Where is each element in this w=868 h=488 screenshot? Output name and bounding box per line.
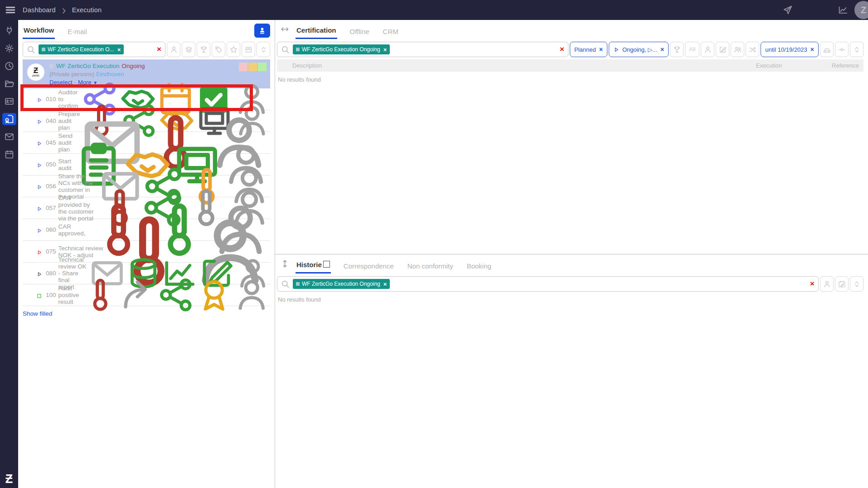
sort-button[interactable] (257, 42, 270, 57)
workflow-panel: WorkflowE-mail WF ZerticGo Execution O..… (18, 20, 275, 488)
filter-chip[interactable]: Planned× (570, 42, 607, 57)
filter-chip[interactable]: until 10/19/2023× (761, 42, 819, 57)
certification-search-input[interactable]: WF ZerticGo Execution Ongoing × × (277, 42, 568, 57)
clear-search-icon[interactable]: × (806, 279, 815, 288)
workflow-search-input[interactable]: WF ZerticGo Execution O... × × (23, 42, 165, 57)
sort-icon (853, 46, 861, 54)
send-icon[interactable] (783, 5, 793, 15)
hamburger-icon[interactable] (5, 4, 16, 16)
chip-remove-icon[interactable]: × (810, 46, 814, 53)
top-bar: Dashboard Execution Z (0, 0, 868, 20)
search-icon (281, 280, 290, 288)
clear-search-icon[interactable]: × (556, 45, 564, 54)
clear-search-icon[interactable]: × (153, 45, 161, 54)
breadcrumb-item-execution: Execution (72, 6, 102, 14)
no-results-message: No results found (277, 296, 863, 303)
chip-remove-icon[interactable]: × (660, 46, 664, 53)
arrows-lr-icon[interactable] (281, 25, 289, 34)
send-icon[interactable] (783, 5, 793, 15)
chip-label: until 10/19/2023 (765, 46, 807, 53)
edit-square-button[interactable] (716, 42, 729, 57)
sidebar-item-gear[interactable] (2, 39, 16, 57)
step-label: Audit positive result (58, 285, 79, 305)
breadcrumb-chevron-icon (60, 6, 68, 14)
search-input[interactable] (390, 279, 806, 289)
layers-button[interactable] (182, 42, 195, 57)
tab-workflow[interactable]: Workflow (23, 24, 55, 39)
breadcrumb-item-dashboard[interactable]: Dashboard (23, 6, 56, 14)
workflow-avatar: Ƶ zertic (27, 63, 44, 81)
tab-offline[interactable]: Offline (349, 25, 370, 39)
sidebar-item-calendar[interactable] (2, 146, 16, 163)
car-button[interactable] (820, 42, 834, 57)
filter-chip[interactable]: Ongoing, ▷...× (609, 42, 669, 57)
user-avatar[interactable]: Z (854, 1, 868, 19)
trophy-button[interactable] (197, 42, 210, 57)
card-lines-button[interactable] (242, 42, 255, 57)
tag-button[interactable] (212, 42, 225, 57)
workflow-step-100[interactable]: 100Audit positive result (23, 284, 270, 306)
history-search-input[interactable]: WF ZerticGo Execution Ongoing × × (277, 276, 819, 292)
chip-remove-icon[interactable]: × (599, 46, 603, 53)
workflow-org: (Private persons) (49, 71, 94, 78)
show-filled-link[interactable]: Show filled (23, 310, 52, 317)
tab-label: Workflow (24, 26, 54, 34)
chart-line-icon[interactable] (838, 5, 848, 15)
tag-remove-icon[interactable]: × (117, 46, 121, 53)
play-marker-icon (36, 227, 42, 233)
workflow-city-link[interactable]: Eindhoven (96, 71, 124, 78)
sort-button[interactable] (850, 276, 863, 292)
assign-person-button[interactable] (254, 24, 270, 38)
sidebar-item-plug[interactable] (2, 22, 16, 39)
play-icon (36, 206, 42, 212)
tab-historie[interactable]: Historie (296, 258, 331, 273)
column-execution[interactable]: Execution (727, 62, 782, 69)
deselect-link[interactable]: Deselect (49, 79, 73, 86)
shuffle-icon (749, 46, 756, 54)
expand-horizontal-icon[interactable] (281, 25, 289, 34)
tab-certification[interactable]: Certification (296, 24, 337, 39)
tag-remove-icon[interactable]: × (383, 46, 387, 53)
tab-booking[interactable]: Booking (466, 259, 492, 273)
calendar-edit-button[interactable] (835, 276, 849, 292)
sort-button[interactable] (850, 42, 863, 57)
workflow-title: WF ZerticGo Execution (56, 63, 120, 69)
tab-e-mail[interactable]: E-mail (67, 25, 88, 39)
trophy-button[interactable] (670, 42, 684, 57)
person-button[interactable] (701, 42, 714, 57)
zerticgo-logo: Ƶ (5, 472, 13, 486)
person-group-button[interactable] (731, 42, 744, 57)
node-button[interactable] (835, 42, 849, 57)
tab-correspondence[interactable]: Correspondence (343, 259, 395, 273)
search-input[interactable] (390, 44, 556, 54)
tab-crm[interactable]: CRM (382, 25, 399, 39)
sidebar-item-clock[interactable] (2, 57, 16, 75)
shuffle-button[interactable] (746, 42, 759, 57)
id-card-icon (5, 97, 14, 106)
column-description[interactable]: Description (292, 62, 727, 69)
expand-vertical-icon[interactable] (281, 259, 289, 268)
sidebar-item-envelope[interactable] (2, 128, 16, 146)
all-button[interactable]: All (685, 42, 699, 57)
step-number: 100 (46, 292, 56, 298)
sidebar-item-certificate[interactable] (2, 110, 16, 128)
tab-label: Offline (350, 28, 369, 35)
search-input[interactable] (124, 44, 153, 54)
envelope-icon (5, 132, 14, 142)
person-button[interactable] (820, 276, 834, 292)
person-icon (823, 280, 831, 288)
card-lines-icon (245, 46, 252, 54)
column-reference[interactable]: Reference (782, 62, 859, 69)
chart-icon[interactable] (838, 5, 848, 15)
status-swatch (239, 63, 247, 71)
sidebar-item-folder-open[interactable] (2, 75, 16, 93)
arrows-ud-icon[interactable] (281, 259, 289, 268)
play-icon (36, 97, 42, 103)
sidebar-item-id-card[interactable] (2, 93, 16, 110)
hamburger-menu-icon[interactable] (5, 4, 16, 16)
star-button[interactable] (227, 42, 240, 57)
person-button[interactable] (167, 42, 180, 57)
tab-checkbox[interactable] (323, 261, 330, 268)
tag-remove-icon[interactable]: × (383, 281, 387, 288)
tab-non-conformity[interactable]: Non conformity (407, 259, 454, 273)
